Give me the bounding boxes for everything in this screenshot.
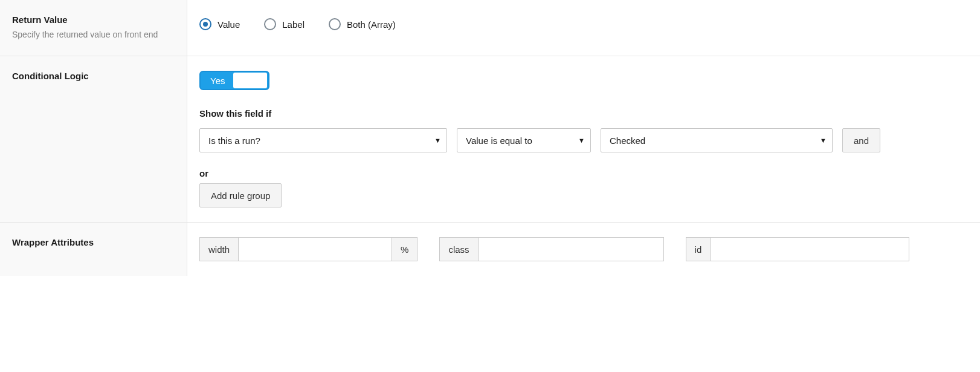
conditional-logic-toggle[interactable]: Yes: [199, 71, 269, 90]
radio-value[interactable]: Value: [199, 18, 240, 30]
class-label: class: [439, 237, 477, 261]
id-input[interactable]: [710, 237, 909, 261]
width-label: width: [199, 237, 238, 261]
conditional-logic-row: Conditional Logic Yes Show this field if…: [0, 56, 980, 222]
toggle-yes-label: Yes: [201, 76, 233, 86]
class-input-group: class: [439, 237, 663, 261]
radio-circle-icon: [264, 18, 276, 30]
wrapper-attributes-title: Wrapper Attributes: [12, 237, 175, 247]
width-input[interactable]: [238, 237, 392, 261]
rule-operator-select[interactable]: Value is equal to: [457, 128, 591, 152]
conditional-heading: Show this field if: [199, 108, 968, 119]
radio-value-label: Value: [218, 19, 240, 30]
wrapper-attributes-row: Wrapper Attributes width % class id: [0, 222, 980, 276]
rule-row: Is this a run? ▼ Value is equal to ▼ Che…: [199, 128, 968, 152]
id-label: id: [686, 237, 711, 261]
rule-value-select[interactable]: Checked: [601, 128, 833, 152]
rule-field-select[interactable]: Is this a run?: [199, 128, 447, 152]
and-button[interactable]: and: [842, 128, 880, 152]
rule-operator-select-wrap: Value is equal to ▼: [457, 128, 591, 152]
toggle-handle-icon: [233, 73, 267, 88]
width-input-group: width %: [199, 237, 417, 261]
return-value-title: Return Value: [12, 15, 175, 25]
width-suffix: %: [392, 237, 417, 261]
add-rule-group-button[interactable]: Add rule group: [199, 183, 282, 207]
wrapper-attributes-label-cell: Wrapper Attributes: [0, 223, 187, 276]
wrapper-attributes-input-cell: width % class id: [187, 223, 980, 276]
or-label: or: [199, 168, 968, 178]
radio-both-label: Both (Array): [347, 19, 396, 30]
return-value-radio-group: Value Label Both (Array): [199, 15, 968, 30]
id-input-group: id: [686, 237, 910, 261]
class-input[interactable]: [478, 237, 664, 261]
return-value-row: Return Value Specify the returned value …: [0, 0, 980, 56]
return-value-label-cell: Return Value Specify the returned value …: [0, 0, 187, 56]
radio-label-label: Label: [282, 19, 305, 30]
conditional-rules-section: Show this field if Is this a run? ▼ Valu…: [199, 108, 968, 207]
rule-field-select-wrap: Is this a run? ▼: [199, 128, 447, 152]
conditional-logic-label-cell: Conditional Logic: [0, 56, 187, 222]
conditional-logic-title: Conditional Logic: [12, 71, 175, 81]
radio-both[interactable]: Both (Array): [329, 18, 396, 30]
radio-circle-icon: [199, 18, 211, 30]
return-value-description: Specify the returned value on front end: [12, 28, 175, 41]
return-value-input-cell: Value Label Both (Array): [187, 0, 980, 56]
wrapper-attrs-group: width % class id: [199, 237, 968, 261]
rule-value-select-wrap: Checked ▼: [601, 128, 833, 152]
conditional-logic-input-cell: Yes Show this field if Is this a run? ▼ …: [187, 56, 980, 222]
radio-label[interactable]: Label: [264, 18, 305, 30]
radio-circle-icon: [329, 18, 341, 30]
